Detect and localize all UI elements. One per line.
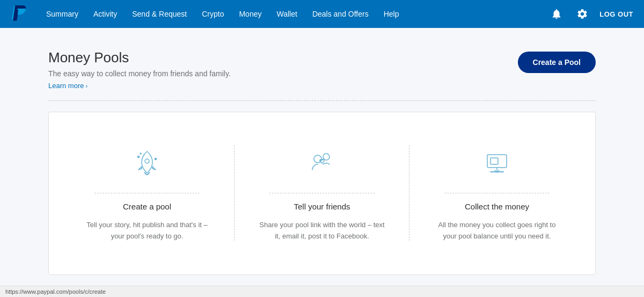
- section-divider: [48, 100, 596, 101]
- nav-link-send-request[interactable]: Send & Request: [125, 0, 194, 28]
- step-divider-3: [444, 193, 550, 193]
- nav-actions: LOG OUT: [548, 5, 633, 23]
- step-1-description: Tell your story, hit publish and that's …: [81, 220, 213, 242]
- nav-link-deals-offers[interactable]: Deals and Offers: [305, 0, 376, 28]
- step-create-pool: Create a pool Tell your story, hit publi…: [60, 134, 235, 253]
- nav-link-crypto[interactable]: Crypto: [194, 0, 231, 28]
- nav-links: Summary Activity Send & Request Crypto M…: [39, 0, 548, 28]
- step-divider-1: [94, 193, 200, 193]
- rocket-icon: [128, 144, 166, 182]
- page-header-left: Money Pools The easy way to collect mone…: [48, 49, 231, 90]
- logout-button[interactable]: LOG OUT: [599, 10, 633, 18]
- status-bar: https://www.paypal.com/pools/c/create: [0, 286, 644, 297]
- step-divider-2: [269, 193, 375, 193]
- svg-point-1: [138, 156, 140, 158]
- navbar: Summary Activity Send & Request Crypto M…: [0, 0, 644, 28]
- nav-link-summary[interactable]: Summary: [39, 0, 86, 28]
- step-3-description: All the money you collect goes right to …: [431, 220, 563, 242]
- page-header: Money Pools The easy way to collect mone…: [48, 49, 596, 90]
- svg-point-3: [140, 153, 141, 154]
- step-1-title: Create a pool: [123, 202, 171, 211]
- gear-icon: [576, 8, 588, 20]
- collect-icon: [478, 144, 516, 182]
- svg-point-2: [155, 158, 157, 160]
- nav-link-activity[interactable]: Activity: [86, 0, 125, 28]
- settings-button[interactable]: [574, 5, 591, 23]
- notifications-button[interactable]: [548, 5, 565, 23]
- steps-container: Create a pool Tell your story, hit publi…: [60, 134, 584, 253]
- svg-rect-7: [491, 158, 498, 164]
- paypal-logo-icon: [11, 5, 26, 23]
- chevron-right-icon: ›: [85, 83, 87, 89]
- steps-card: Create a pool Tell your story, hit publi…: [48, 112, 596, 275]
- step-2-title: Tell your friends: [294, 202, 350, 211]
- page-subtitle: The easy way to collect money from frien…: [48, 69, 231, 78]
- step-tell-friends: Tell your friends Share your pool link w…: [235, 134, 409, 253]
- step-3-title: Collect the money: [465, 202, 529, 211]
- page-title: Money Pools: [48, 49, 231, 66]
- nav-link-wallet[interactable]: Wallet: [269, 0, 304, 28]
- step-2-description: Share your pool link with the world – te…: [256, 220, 388, 242]
- navbar-logo[interactable]: [11, 5, 26, 23]
- step-collect-money: Collect the money All the money you coll…: [409, 134, 584, 253]
- status-url: https://www.paypal.com/pools/c/create: [5, 288, 106, 295]
- create-pool-button[interactable]: Create a Pool: [518, 52, 596, 73]
- nav-link-help[interactable]: Help: [376, 0, 407, 28]
- friends-icon: [303, 144, 341, 182]
- bell-icon: [551, 8, 562, 20]
- main-content: Money Pools The easy way to collect mone…: [38, 28, 606, 296]
- nav-link-money[interactable]: Money: [231, 0, 269, 28]
- svg-point-0: [145, 159, 149, 163]
- learn-more-link[interactable]: Learn more ›: [48, 82, 87, 90]
